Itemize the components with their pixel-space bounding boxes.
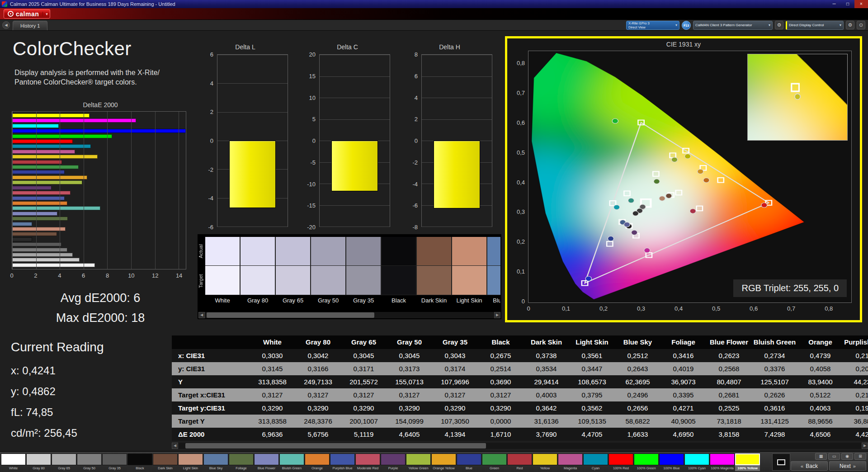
meter-status-badge[interactable]: F13 [682,21,691,30]
minimize-button[interactable]: ─ [827,0,841,8]
table-cell: 249,7133 [295,375,341,388]
close-button[interactable]: × [854,0,868,8]
swatch-color [203,453,228,465]
back-button[interactable]: « Back [791,461,828,471]
maximize-button[interactable]: □ [841,0,854,8]
scrollbar-track[interactable] [205,312,494,318]
pattern-swatch-gray-35[interactable]: Gray 35 [102,453,127,471]
table-column-header: Blue Sky [615,335,660,349]
swatch-name: Yellow [533,465,557,471]
table-cell: 0,3171 [341,362,387,375]
swatch-compare-cell: Gray 65 [276,237,310,310]
axis-tick-label: -8 [412,224,418,231]
pattern-swatch-100-red[interactable]: 100% Red [609,453,633,471]
pattern-swatch-blue-flower[interactable]: Blue Flower [254,453,279,471]
view-toggle-icon-2[interactable]: ▭ [828,453,840,460]
deltae2000-plot [12,111,186,269]
pattern-source-name: CalMAN Client 3 Pattern Generator [695,23,767,27]
pattern-swatch-gray-80[interactable]: Gray 80 [26,453,51,471]
pattern-swatch-orange-yellow[interactable]: Orange Yellow [431,453,456,471]
pattern-swatch-green[interactable]: Green [482,453,507,471]
deltae-axis-label: 0 [10,272,13,279]
pattern-swatch-100-blue[interactable]: 100% Blue [659,453,684,471]
pattern-swatch-black[interactable]: Black [127,453,152,471]
deltae-bar-row [12,253,186,257]
display-control-selector[interactable]: Direct Display Control ▾ [786,21,844,30]
pattern-swatch-gray-50[interactable]: Gray 50 [77,453,102,471]
delta-h-plot [421,54,492,227]
gridline [217,55,288,55]
swatch-compare-cell: Gray 80 [241,237,275,310]
pattern-swatch-light-skin[interactable]: Light Skin [178,453,203,471]
axis-tick-label: 0,5 [712,305,720,312]
cie-measured-marker [585,276,591,281]
pattern-swatch-magenta[interactable]: Magenta [558,453,583,471]
table-cell: 29,9414 [524,375,569,388]
table-cell: 4,4236 [843,428,868,441]
scrollbar-thumb[interactable] [185,443,486,448]
pattern-swatch-red[interactable]: Red [507,453,532,471]
pattern-window-button[interactable] [772,453,790,471]
pattern-swatch-dark-skin[interactable]: Dark Skin [153,453,178,471]
table-cell: 0,2681 [706,388,752,401]
current-reading-x: x: 0,4241 [11,364,56,377]
deltae-bar [12,237,32,241]
nav-back-button[interactable]: ◀ [2,21,10,29]
scrollbar-track[interactable] [178,443,862,449]
scroll-right-arrow[interactable]: ▶ [862,443,868,449]
view-toggle-icon-3[interactable]: ◉ [841,453,853,460]
pattern-swatch-yellow-green[interactable]: Yellow Green [406,453,431,471]
pattern-swatch-blue-sky[interactable]: Blue Sky [203,453,228,471]
deltae-axis-label: 10 [128,272,134,279]
pattern-swatch-100-cyan[interactable]: 100% Cyan [684,453,709,471]
calman-logo-button[interactable]: calman ▾ [4,9,50,19]
power-icon[interactable]: ⊙ [857,21,865,29]
page-title: ColorChecker [13,38,132,60]
pattern-swatch-purple[interactable]: Purple [381,453,406,471]
next-button[interactable]: Next » [829,461,866,471]
pattern-swatch-100-yellow[interactable]: 100% Yellow [735,453,760,471]
gridline [217,83,288,84]
target-swatch [276,266,310,295]
pattern-swatch-cyan[interactable]: Cyan [583,453,608,471]
table-cell: 0,3290 [432,401,478,415]
table-cell: 0,3030 [250,349,295,362]
scroll-left-arrow[interactable]: ◀ [172,443,178,449]
table-scrollbar[interactable]: ◀ ▶ [172,443,868,449]
logo-dropdown-icon[interactable]: ▾ [42,12,48,16]
pattern-swatch-purplish-blue[interactable]: Purplish Blue [330,453,355,471]
axis-tick-label: 2 [210,109,213,115]
view-toggle-icon-1[interactable]: ▦ [815,453,827,460]
swatch-strip-scrollbar[interactable]: ◀ ▶ [198,312,500,318]
swatch-name: Foliage [229,465,254,471]
actual-swatch [382,237,416,266]
view-toggle-icon-4[interactable]: ⊞ [854,453,866,460]
pattern-swatch-bluish-green[interactable]: Bluish Green [279,453,304,471]
pattern-swatch-100-green[interactable]: 100% Green [634,453,659,471]
table-cell: 0,2512 [615,349,660,362]
table-cell: 248,3376 [295,415,341,428]
deltae-bar-row [12,227,186,231]
actual-swatch [452,237,486,266]
axis-tick-label: 6 [415,72,418,79]
display-settings-gear-icon[interactable]: ⚙ [846,21,854,29]
pattern-swatch-100-magenta[interactable]: 100% Magenta [710,453,735,471]
swatch-color [1,453,26,465]
pattern-swatch-moderate-red[interactable]: Moderate Red [355,453,380,471]
pattern-swatch-blue[interactable]: Blue [457,453,481,471]
swatch-name: Gray 65 [52,465,76,471]
pattern-swatch-orange[interactable]: Orange [305,453,330,471]
pattern-source-selector[interactable]: CalMAN Client 3 Pattern Generator ▾ [693,21,773,30]
pattern-swatch-yellow[interactable]: Yellow [533,453,557,471]
scroll-right-arrow[interactable]: ▶ [494,312,500,318]
tab-history-1[interactable]: History 1 [13,21,47,30]
scrollbar-thumb[interactable] [207,312,374,318]
pattern-settings-gear-icon[interactable]: ⚙ [775,21,783,29]
meter-selector[interactable]: X-Rite i1Pro 3Direct View ▾ [626,21,679,30]
pattern-swatch-white[interactable]: White [1,453,26,471]
scroll-left-arrow[interactable]: ◀ [198,312,205,318]
pattern-swatch-gray-65[interactable]: Gray 65 [52,453,76,471]
swatch-color [305,453,330,465]
pattern-swatch-foliage[interactable]: Foliage [229,453,254,471]
deltae-gridline [107,112,108,269]
